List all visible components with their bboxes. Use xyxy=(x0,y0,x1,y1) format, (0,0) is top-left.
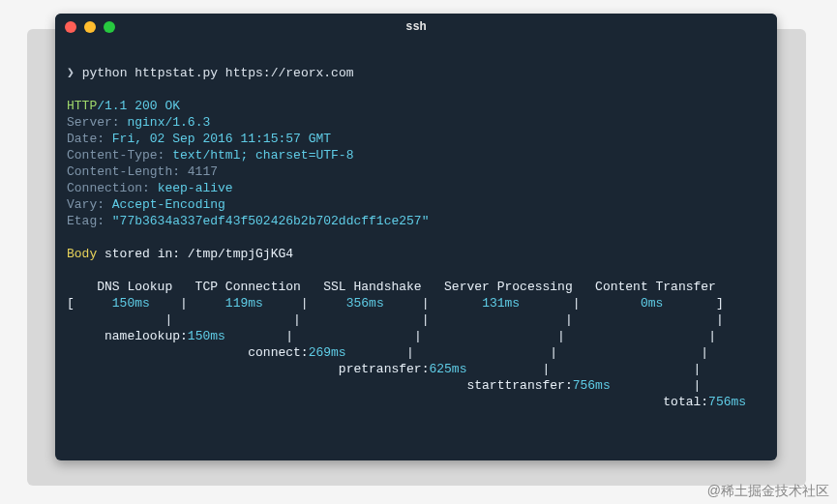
connect-label: connect: xyxy=(67,345,309,360)
starttransfer-value: 756ms xyxy=(573,378,611,393)
bars: | | | | | xyxy=(67,312,724,327)
dns-value: 150ms xyxy=(112,296,150,311)
starttransfer-label: starttransfer: xyxy=(67,378,573,393)
row-close: ] xyxy=(663,296,723,311)
bars: | | | | xyxy=(225,329,716,343)
date-value: Fri, 02 Sep 2016 11:15:57 GMT xyxy=(112,132,331,146)
http-proto: HTTP xyxy=(67,99,97,113)
zoom-button[interactable] xyxy=(104,21,115,33)
total-value: 756ms xyxy=(708,395,746,409)
conn-value: keep-alive xyxy=(158,181,233,195)
total-label: total: xyxy=(67,395,708,409)
date-label: Date: xyxy=(67,132,112,146)
transfer-value: 0ms xyxy=(641,296,663,311)
window-title: ssh xyxy=(405,20,427,34)
clen: Content-Length: 4117 xyxy=(67,164,218,179)
ctype-value: text/html; charset=UTF-8 xyxy=(172,148,353,163)
server-value: 131ms xyxy=(482,296,520,311)
connect-value: 269ms xyxy=(309,345,346,360)
traffic-lights xyxy=(65,21,115,33)
ssl-value: 356ms xyxy=(346,296,384,311)
ctype-label: Content-Type: xyxy=(67,148,172,163)
bars: | | xyxy=(466,362,701,376)
etag-value: "77b3634a337edf43f502426b2b702ddcff1ce25… xyxy=(112,214,430,228)
http-status: /1.1 200 OK xyxy=(97,99,180,113)
server-label: Server: xyxy=(67,115,127,130)
prompt-symbol: ❯ xyxy=(67,66,75,80)
bars: | xyxy=(611,378,702,393)
timing-header: DNS Lookup TCP Connection SSL Handshake … xyxy=(67,280,716,294)
body-label: Body xyxy=(67,247,97,261)
sep: | xyxy=(263,296,346,311)
terminal-window: ssh ❯ python httpstat.py https://reorx.c… xyxy=(55,14,777,460)
etag-label: Etag: xyxy=(67,214,112,228)
server-value: nginx/1.6.3 xyxy=(127,115,210,130)
vary-label: Vary: xyxy=(67,197,112,212)
titlebar[interactable]: ssh xyxy=(55,14,777,41)
vary-value: Accept-Encoding xyxy=(112,197,225,212)
sep: | xyxy=(384,296,482,311)
close-button[interactable] xyxy=(65,21,76,33)
tcp-value: 119ms xyxy=(225,296,263,311)
minimize-button[interactable] xyxy=(84,21,96,33)
sep: | xyxy=(520,296,641,311)
pretransfer-value: 625ms xyxy=(429,362,466,376)
command-text: python httpstat.py https://reorx.com xyxy=(82,66,354,80)
conn-label: Connection: xyxy=(67,181,158,195)
namelookup-value: 150ms xyxy=(188,329,225,343)
pretransfer-label: pretransfer: xyxy=(67,362,429,376)
namelookup-label: namelookup: xyxy=(67,329,188,343)
body-path: stored in: /tmp/tmpjGjKG4 xyxy=(97,247,293,261)
sep: | xyxy=(150,296,225,311)
watermark: @稀土掘金技术社区 xyxy=(707,483,829,500)
bars: | | | xyxy=(346,345,708,360)
terminal-content[interactable]: ❯ python httpstat.py https://reorx.com H… xyxy=(55,41,777,422)
row-open: [ xyxy=(67,296,112,311)
